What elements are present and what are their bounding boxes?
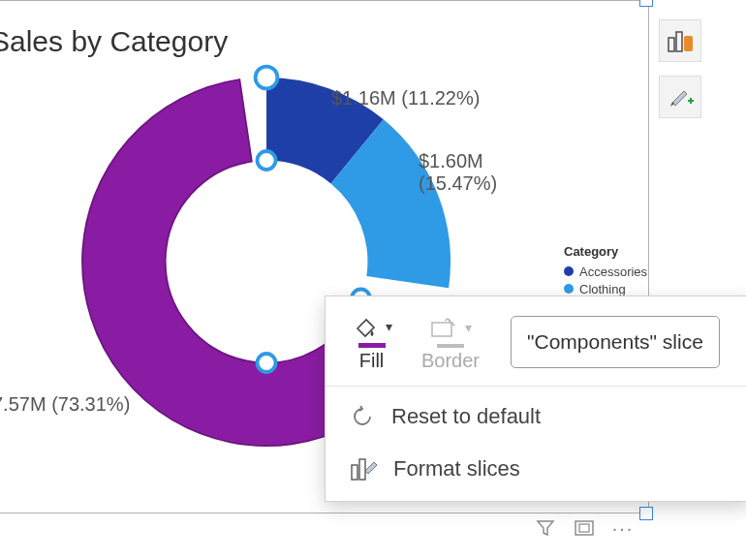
resize-handle-bottom[interactable] (639, 507, 653, 520)
fill-swatch (358, 343, 386, 348)
border-icon (431, 317, 458, 338)
slice-handle[interactable] (258, 151, 276, 170)
svg-rect-3 (432, 323, 451, 336)
chart-title: Sales by Category (0, 25, 228, 58)
format-slices-item[interactable]: Format slices (326, 443, 746, 495)
data-label-clothing: $1.60M(15.47%) (419, 150, 497, 195)
legend-swatch (564, 266, 574, 276)
focus-mode-icon[interactable] (572, 517, 597, 539)
visual-footer-tools: ··· (533, 517, 636, 539)
svg-rect-2 (684, 36, 693, 51)
reset-icon (351, 404, 376, 429)
border-label: Border (421, 350, 480, 372)
slice-handle[interactable] (258, 354, 276, 372)
format-popup: ▾ Fill ▾ Border "Components" slice (325, 296, 746, 502)
data-label-components: 7.57M (73.31%) (0, 393, 130, 416)
legend-label: Clothing (579, 282, 626, 296)
format-slices-icon (351, 456, 378, 482)
svg-rect-7 (579, 524, 589, 532)
paint-bucket-icon (353, 315, 378, 338)
data-label-accessories: $1.16M (11.22%) (331, 87, 480, 109)
paintbrush-plus-icon (667, 83, 694, 110)
visualization-type-button[interactable] (659, 19, 701, 62)
svg-rect-0 (668, 38, 674, 51)
reset-label: Reset to default (391, 404, 541, 429)
bar-chart-icon (667, 28, 694, 53)
svg-rect-1 (676, 32, 682, 51)
format-slices-label: Format slices (393, 456, 520, 482)
legend: Category Accessories Clothing (564, 244, 647, 297)
chevron-down-icon[interactable]: ▾ (465, 320, 472, 335)
legend-swatch (564, 284, 574, 294)
svg-rect-5 (359, 459, 365, 480)
legend-label: Accessories (579, 264, 647, 279)
selected-slice-text: "Components" slice (527, 330, 703, 354)
filter-icon[interactable] (533, 517, 558, 539)
selected-slice-display[interactable]: "Components" slice (511, 316, 720, 368)
svg-rect-6 (575, 521, 593, 535)
reset-to-default-item[interactable]: Reset to default (326, 390, 746, 443)
slice-handle[interactable] (256, 67, 278, 89)
resize-handle-top[interactable] (639, 0, 653, 7)
svg-rect-4 (352, 465, 357, 480)
fill-tool[interactable]: ▾ Fill (351, 312, 392, 372)
chevron-down-icon[interactable]: ▾ (386, 319, 392, 334)
border-tool[interactable]: ▾ Border (421, 313, 480, 372)
legend-item[interactable]: Accessories (564, 263, 647, 280)
more-options-icon[interactable]: ··· (610, 517, 636, 539)
border-swatch (437, 344, 464, 348)
format-paintbrush-button[interactable] (659, 76, 701, 118)
legend-title: Category (564, 244, 647, 259)
fill-label: Fill (359, 350, 385, 372)
